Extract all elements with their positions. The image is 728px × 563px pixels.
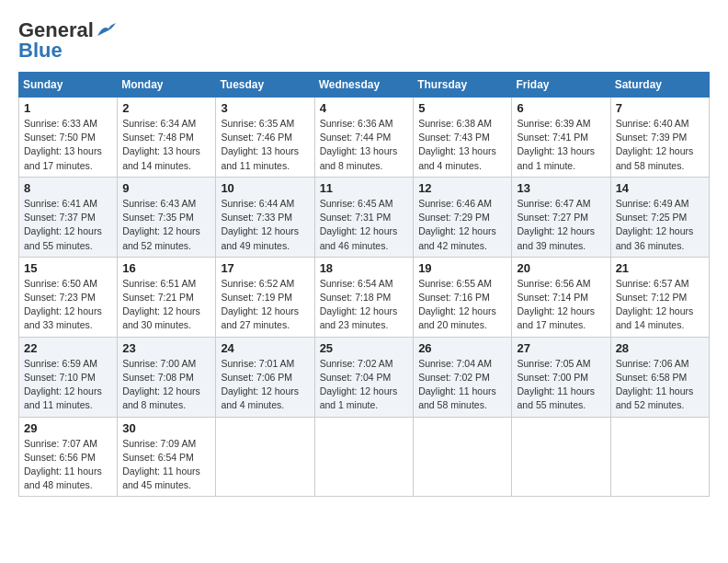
day-number: 28 [616, 341, 704, 355]
day-info: Sunrise: 6:39 AM Sunset: 7:41 PM Dayligh… [517, 117, 605, 173]
day-info: Sunrise: 6:43 AM Sunset: 7:35 PM Dayligh… [122, 197, 210, 253]
day-number: 23 [122, 341, 210, 355]
day-number: 25 [320, 341, 409, 355]
day-info: Sunrise: 6:52 AM Sunset: 7:19 PM Dayligh… [221, 277, 309, 333]
calendar-day-cell: 6 Sunrise: 6:39 AM Sunset: 7:41 PM Dayli… [512, 98, 610, 178]
day-number: 8 [24, 181, 112, 195]
day-info: Sunrise: 6:45 AM Sunset: 7:31 PM Dayligh… [320, 197, 409, 253]
day-number: 12 [418, 181, 506, 195]
calendar-day-cell: 15 Sunrise: 6:50 AM Sunset: 7:23 PM Dayl… [19, 257, 118, 337]
calendar-day-cell [512, 417, 610, 497]
day-info: Sunrise: 7:04 AM Sunset: 7:02 PM Dayligh… [418, 357, 506, 413]
weekday-header: Wednesday [314, 73, 414, 98]
calendar-day-cell: 28 Sunrise: 7:06 AM Sunset: 6:58 PM Dayl… [610, 337, 709, 417]
day-info: Sunrise: 7:06 AM Sunset: 6:58 PM Dayligh… [616, 357, 704, 413]
day-info: Sunrise: 6:59 AM Sunset: 7:10 PM Dayligh… [24, 357, 112, 413]
calendar-day-cell: 17 Sunrise: 6:52 AM Sunset: 7:19 PM Dayl… [216, 257, 314, 337]
day-info: Sunrise: 6:33 AM Sunset: 7:50 PM Dayligh… [24, 117, 112, 173]
day-info: Sunrise: 6:36 AM Sunset: 7:44 PM Dayligh… [320, 117, 409, 173]
day-info: Sunrise: 6:51 AM Sunset: 7:21 PM Dayligh… [122, 277, 210, 333]
calendar-day-cell: 5 Sunrise: 6:38 AM Sunset: 7:43 PM Dayli… [414, 98, 512, 178]
calendar-day-cell: 2 Sunrise: 6:34 AM Sunset: 7:48 PM Dayli… [118, 98, 216, 178]
calendar-day-cell [314, 417, 414, 497]
calendar-week-row: 15 Sunrise: 6:50 AM Sunset: 7:23 PM Dayl… [19, 257, 710, 337]
day-info: Sunrise: 6:55 AM Sunset: 7:16 PM Dayligh… [418, 277, 506, 333]
day-info: Sunrise: 6:56 AM Sunset: 7:14 PM Dayligh… [517, 277, 605, 333]
day-info: Sunrise: 6:57 AM Sunset: 7:12 PM Dayligh… [616, 277, 704, 333]
calendar-week-row: 8 Sunrise: 6:41 AM Sunset: 7:37 PM Dayli… [19, 177, 710, 257]
day-number: 18 [320, 261, 409, 275]
day-number: 14 [616, 181, 704, 195]
calendar-day-cell: 29 Sunrise: 7:07 AM Sunset: 6:56 PM Dayl… [19, 417, 118, 497]
day-info: Sunrise: 6:34 AM Sunset: 7:48 PM Dayligh… [122, 117, 210, 173]
day-number: 7 [616, 101, 704, 115]
calendar-day-cell: 13 Sunrise: 6:47 AM Sunset: 7:27 PM Dayl… [512, 177, 610, 257]
calendar-day-cell: 22 Sunrise: 6:59 AM Sunset: 7:10 PM Dayl… [19, 337, 118, 417]
calendar-day-cell [216, 417, 314, 497]
day-number: 9 [122, 181, 210, 195]
day-number: 3 [221, 101, 309, 115]
calendar-day-cell: 3 Sunrise: 6:35 AM Sunset: 7:46 PM Dayli… [216, 98, 314, 178]
day-number: 26 [418, 341, 506, 355]
day-info: Sunrise: 7:05 AM Sunset: 7:00 PM Dayligh… [517, 357, 605, 413]
weekday-header: Monday [118, 73, 216, 98]
day-info: Sunrise: 6:38 AM Sunset: 7:43 PM Dayligh… [418, 117, 506, 173]
calendar-day-cell: 8 Sunrise: 6:41 AM Sunset: 7:37 PM Dayli… [19, 177, 118, 257]
day-number: 15 [24, 261, 112, 275]
day-info: Sunrise: 7:00 AM Sunset: 7:08 PM Dayligh… [122, 357, 210, 413]
calendar-day-cell: 26 Sunrise: 7:04 AM Sunset: 7:02 PM Dayl… [414, 337, 512, 417]
day-number: 21 [616, 261, 704, 275]
calendar-day-cell: 30 Sunrise: 7:09 AM Sunset: 6:54 PM Dayl… [118, 417, 216, 497]
day-number: 19 [418, 261, 506, 275]
day-info: Sunrise: 6:35 AM Sunset: 7:46 PM Dayligh… [221, 117, 309, 173]
day-info: Sunrise: 6:41 AM Sunset: 7:37 PM Dayligh… [24, 197, 112, 253]
weekday-header: Sunday [19, 73, 118, 98]
day-number: 11 [320, 181, 409, 195]
day-info: Sunrise: 6:47 AM Sunset: 7:27 PM Dayligh… [517, 197, 605, 253]
calendar-day-cell [610, 417, 709, 497]
calendar-day-cell [414, 417, 512, 497]
weekday-header: Tuesday [216, 73, 314, 98]
calendar-day-cell: 9 Sunrise: 6:43 AM Sunset: 7:35 PM Dayli… [118, 177, 216, 257]
day-number: 27 [517, 341, 605, 355]
calendar-day-cell: 1 Sunrise: 6:33 AM Sunset: 7:50 PM Dayli… [19, 98, 118, 178]
logo: General Blue [18, 18, 116, 63]
calendar-day-cell: 16 Sunrise: 6:51 AM Sunset: 7:21 PM Dayl… [118, 257, 216, 337]
calendar-day-cell: 23 Sunrise: 7:00 AM Sunset: 7:08 PM Dayl… [118, 337, 216, 417]
day-number: 29 [24, 421, 112, 435]
day-info: Sunrise: 6:46 AM Sunset: 7:29 PM Dayligh… [418, 197, 506, 253]
calendar-day-cell: 10 Sunrise: 6:44 AM Sunset: 7:33 PM Dayl… [216, 177, 314, 257]
day-info: Sunrise: 7:02 AM Sunset: 7:04 PM Dayligh… [320, 357, 409, 413]
day-number: 20 [517, 261, 605, 275]
calendar-day-cell: 11 Sunrise: 6:45 AM Sunset: 7:31 PM Dayl… [314, 177, 414, 257]
calendar-day-cell: 14 Sunrise: 6:49 AM Sunset: 7:25 PM Dayl… [610, 177, 709, 257]
page-header: General Blue [18, 18, 710, 63]
logo-blue: Blue [18, 39, 63, 63]
day-number: 16 [122, 261, 210, 275]
calendar-day-cell: 27 Sunrise: 7:05 AM Sunset: 7:00 PM Dayl… [512, 337, 610, 417]
day-info: Sunrise: 6:44 AM Sunset: 7:33 PM Dayligh… [221, 197, 309, 253]
day-info: Sunrise: 7:09 AM Sunset: 6:54 PM Dayligh… [122, 437, 210, 493]
day-info: Sunrise: 6:54 AM Sunset: 7:18 PM Dayligh… [320, 277, 409, 333]
day-info: Sunrise: 6:40 AM Sunset: 7:39 PM Dayligh… [616, 117, 704, 173]
calendar-day-cell: 21 Sunrise: 6:57 AM Sunset: 7:12 PM Dayl… [610, 257, 709, 337]
weekday-header: Friday [512, 73, 610, 98]
day-info: Sunrise: 6:50 AM Sunset: 7:23 PM Dayligh… [24, 277, 112, 333]
calendar-day-cell: 19 Sunrise: 6:55 AM Sunset: 7:16 PM Dayl… [414, 257, 512, 337]
day-info: Sunrise: 7:07 AM Sunset: 6:56 PM Dayligh… [24, 437, 112, 493]
calendar-day-cell: 7 Sunrise: 6:40 AM Sunset: 7:39 PM Dayli… [610, 98, 709, 178]
calendar-day-cell: 18 Sunrise: 6:54 AM Sunset: 7:18 PM Dayl… [314, 257, 414, 337]
calendar-day-cell: 12 Sunrise: 6:46 AM Sunset: 7:29 PM Dayl… [414, 177, 512, 257]
day-number: 10 [221, 181, 309, 195]
calendar-day-cell: 25 Sunrise: 7:02 AM Sunset: 7:04 PM Dayl… [314, 337, 414, 417]
day-info: Sunrise: 7:01 AM Sunset: 7:06 PM Dayligh… [221, 357, 309, 413]
calendar-week-row: 1 Sunrise: 6:33 AM Sunset: 7:50 PM Dayli… [19, 98, 710, 178]
day-number: 5 [418, 101, 506, 115]
day-number: 2 [122, 101, 210, 115]
calendar-week-row: 22 Sunrise: 6:59 AM Sunset: 7:10 PM Dayl… [19, 337, 710, 417]
weekday-header: Saturday [610, 73, 709, 98]
calendar-week-row: 29 Sunrise: 7:07 AM Sunset: 6:56 PM Dayl… [19, 417, 710, 497]
calendar-day-cell: 20 Sunrise: 6:56 AM Sunset: 7:14 PM Dayl… [512, 257, 610, 337]
calendar-day-cell: 4 Sunrise: 6:36 AM Sunset: 7:44 PM Dayli… [314, 98, 414, 178]
day-number: 17 [221, 261, 309, 275]
